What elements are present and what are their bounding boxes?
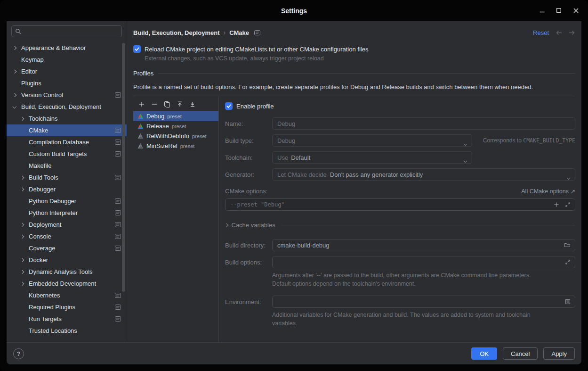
sidebar-item-label: CMake: [29, 127, 48, 134]
forward-arrow-icon[interactable]: [568, 30, 575, 35]
sidebar-item-label: Debugger: [29, 186, 56, 193]
chevron-right-icon[interactable]: [21, 259, 29, 262]
folder-icon[interactable]: [564, 242, 571, 248]
maximize-button[interactable]: [551, 3, 566, 17]
sidebar-item-cmake[interactable]: CMake: [7, 124, 127, 136]
sidebar-item-keymap[interactable]: Keymap: [7, 54, 127, 66]
sidebar-item-python-interpreter[interactable]: Python Interpreter: [7, 207, 127, 219]
sidebar-item-version-control[interactable]: Version Control: [7, 89, 127, 101]
ok-button[interactable]: OK: [471, 347, 497, 360]
sidebar-item-makefile[interactable]: Makefile: [7, 160, 127, 172]
add-icon[interactable]: [554, 202, 559, 207]
sidebar-item-docker[interactable]: Docker: [7, 254, 127, 266]
chevron-right-icon[interactable]: [21, 176, 29, 179]
sidebar-item-build-execution-deployment[interactable]: Build, Execution, Deployment: [7, 101, 127, 113]
sidebar-item-editor[interactable]: Editor: [7, 66, 127, 77]
chevron-down-icon[interactable]: [13, 106, 21, 108]
build-options-field[interactable]: [272, 256, 575, 268]
minimize-button[interactable]: [534, 3, 549, 17]
apply-button[interactable]: Apply: [543, 347, 575, 360]
project-settings-icon: [115, 128, 121, 133]
breadcrumb-parent[interactable]: Build, Execution, Deployment: [133, 29, 219, 36]
sidebar-item-plugins[interactable]: Plugins: [7, 77, 127, 89]
sidebar-scrollbar[interactable]: [122, 43, 125, 292]
sidebar-item-trusted-locations[interactable]: Trusted Locations: [7, 325, 127, 337]
sidebar-item-python-debugger[interactable]: Python Debugger: [7, 195, 127, 207]
search-input[interactable]: [24, 28, 118, 35]
chevron-right-icon[interactable]: [21, 223, 29, 226]
profile-item-relwithdebinfo[interactable]: RelWithDebInfopreset: [133, 131, 218, 141]
sidebar-item-kubernetes[interactable]: Kubernetes: [7, 289, 127, 301]
sidebar-item-compilation-database[interactable]: Compilation Database: [7, 136, 127, 148]
profile-name: Debug: [146, 113, 164, 120]
checkbox-checked-icon[interactable]: [225, 102, 233, 110]
list-icon[interactable]: [565, 299, 571, 305]
sidebar-item-appearance-behavior[interactable]: Appearance & Behavior: [7, 42, 127, 54]
name-field[interactable]: Debug: [272, 117, 575, 130]
chevron-right-icon[interactable]: [21, 188, 29, 191]
expand-icon[interactable]: [565, 259, 571, 265]
sidebar-item-label: Dynamic Analysis Tools: [29, 268, 93, 275]
cancel-button[interactable]: Cancel: [503, 347, 538, 360]
reset-link[interactable]: Reset: [533, 29, 549, 36]
cmake-options-label: CMake options:: [225, 188, 267, 195]
sidebar-item-label: Plugins: [21, 80, 41, 87]
title-bar: Settings: [0, 0, 588, 21]
search-box[interactable]: [11, 25, 122, 37]
dialog-footer: ? OK Cancel Apply: [7, 342, 581, 364]
build-type-select[interactable]: Debug: [272, 134, 472, 147]
all-cmake-options-link[interactable]: All CMake options ↗: [521, 188, 575, 195]
profile-item-minsizerel[interactable]: MinSizeRelpreset: [133, 141, 218, 151]
cache-divider: [281, 225, 575, 225]
chevron-right-icon[interactable]: [21, 282, 29, 285]
help-icon[interactable]: ?: [13, 348, 24, 359]
sidebar-item-run-targets[interactable]: Run Targets: [7, 313, 127, 325]
profile-form: Enable profile Name: Debug Build type: D…: [219, 96, 575, 342]
add-button[interactable]: [138, 100, 145, 108]
project-settings-icon: [115, 293, 121, 298]
profile-name: Release: [146, 123, 169, 130]
remove-button[interactable]: [151, 100, 158, 108]
back-arrow-icon[interactable]: [556, 30, 563, 35]
sidebar-item-debugger[interactable]: Debugger: [7, 183, 127, 195]
environment-field[interactable]: [272, 296, 575, 308]
sidebar-item-deployment[interactable]: Deployment: [7, 219, 127, 231]
expand-icon[interactable]: [565, 202, 571, 207]
sidebar-item-toolchains[interactable]: Toolchains: [7, 113, 127, 124]
sidebar-item-coverage[interactable]: Coverage: [7, 242, 127, 254]
sidebar-item-custom-build-targets[interactable]: Custom Build Targets: [7, 148, 127, 160]
chevron-right-icon[interactable]: [21, 117, 29, 120]
checkbox-checked-icon[interactable]: [133, 45, 141, 53]
sidebar-item-dynamic-analysis-tools[interactable]: Dynamic Analysis Tools: [7, 266, 127, 278]
project-settings-icon: [115, 140, 121, 145]
toolchain-select[interactable]: Use Default: [272, 151, 472, 164]
sidebar-item-embedded-development[interactable]: Embedded Development: [7, 278, 127, 289]
profile-item-debug[interactable]: Debugpreset: [133, 111, 218, 121]
enable-profile-row[interactable]: Enable profile: [225, 102, 575, 110]
build-directory-field[interactable]: cmake-build-debug: [272, 239, 575, 251]
sidebar-item-console[interactable]: Console: [7, 231, 127, 242]
copy-button[interactable]: [163, 100, 171, 108]
sidebar-item-label: Compilation Database: [29, 139, 89, 146]
reload-cmake-checkbox-row[interactable]: Reload CMake project on editing CMakeLis…: [133, 45, 575, 53]
cmake-options-field[interactable]: --preset "Debug": [225, 198, 575, 211]
profile-preset-tag: preset: [167, 114, 182, 119]
generator-select[interactable]: Let CMake decide Don't pass any generato…: [272, 168, 575, 181]
move-up-button[interactable]: [176, 100, 184, 108]
move-down-button[interactable]: [189, 100, 196, 108]
chevron-right-icon[interactable]: [13, 47, 21, 49]
sidebar-item-required-plugins[interactable]: Required Plugins: [7, 301, 127, 313]
profile-item-release[interactable]: Releasepreset: [133, 121, 218, 131]
chevron-right-icon[interactable]: [13, 70, 21, 73]
sidebar-item-build-tools[interactable]: Build Tools: [7, 172, 127, 183]
profile-preset-tag: preset: [172, 124, 186, 129]
sidebar-item-label: Keymap: [21, 56, 44, 63]
cache-variables-toggle[interactable]: Cache variables: [225, 222, 575, 229]
chevron-right-icon[interactable]: [13, 94, 21, 97]
project-settings-icon: [115, 222, 121, 227]
chevron-right-icon[interactable]: [21, 271, 29, 273]
project-settings-icon: [115, 92, 121, 98]
close-button[interactable]: [568, 3, 583, 17]
chevron-right-icon[interactable]: [21, 235, 29, 238]
sidebar-item-label: Toolchains: [29, 115, 57, 122]
